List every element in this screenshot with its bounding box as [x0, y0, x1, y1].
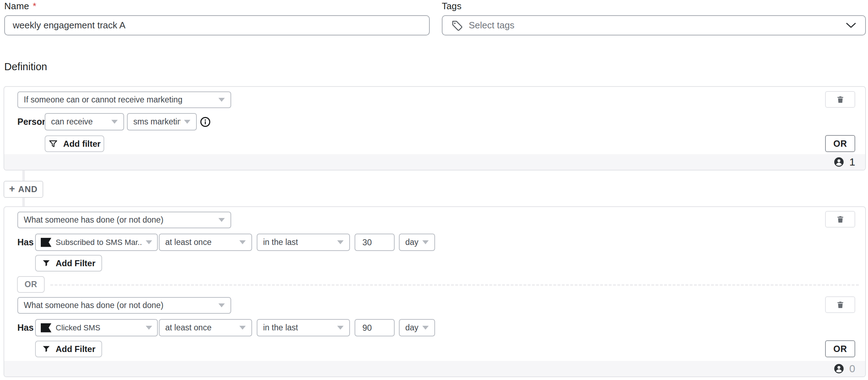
- profile-count-bar: 1: [4, 154, 865, 170]
- dropdown-caret-icon: [218, 98, 225, 102]
- definition-heading: Definition: [4, 61, 47, 73]
- profile-count: 0: [849, 363, 855, 375]
- or-button[interactable]: OR: [825, 340, 855, 357]
- person-label: Person: [17, 113, 48, 130]
- add-filter-button[interactable]: Add Filter: [35, 255, 102, 272]
- funnel-outline-icon: [48, 139, 58, 149]
- amount-input[interactable]: [355, 234, 395, 251]
- tags-label: Tags: [442, 1, 462, 12]
- metric-flag-icon: [41, 238, 51, 247]
- and-button-label: AND: [18, 184, 38, 194]
- metric-dropdown[interactable]: Subscribed to SMS Mar...: [35, 234, 158, 251]
- delete-condition-button[interactable]: [825, 211, 855, 228]
- or-divider-line: [50, 284, 859, 286]
- timeframe-dropdown[interactable]: in the last: [257, 319, 350, 336]
- plus-icon: +: [9, 183, 15, 195]
- dropdown-caret-icon: [239, 240, 246, 244]
- add-and-button[interactable]: + AND: [4, 181, 43, 198]
- dropdown-caret-icon: [218, 303, 225, 307]
- audience-icon: [834, 363, 844, 374]
- add-filter-label: Add Filter: [56, 258, 95, 268]
- frequency-dropdown[interactable]: at least once: [159, 234, 252, 251]
- delete-condition-button[interactable]: [825, 296, 855, 313]
- add-filter-button[interactable]: Add Filter: [35, 341, 102, 357]
- tag-icon: [451, 19, 463, 32]
- profile-count-bar: 0: [4, 361, 865, 376]
- dropdown-caret-icon: [422, 240, 429, 244]
- or-button[interactable]: OR: [825, 135, 855, 152]
- frequency-dropdown[interactable]: at least once: [159, 319, 252, 336]
- tags-select[interactable]: Select tags: [442, 15, 866, 35]
- condition-type-dropdown[interactable]: What someone has done (or not done): [17, 297, 231, 314]
- chevron-down-icon: [845, 22, 857, 29]
- dropdown-caret-icon: [146, 326, 152, 330]
- condition-group-behavior: What someone has done (or not done) Has …: [4, 206, 866, 377]
- condition-type-dropdown[interactable]: If someone can or cannot receive marketi…: [17, 91, 231, 108]
- dropdown-caret-icon: [184, 120, 190, 124]
- condition-type-value: What someone has done (or not done): [24, 301, 163, 310]
- consent-channel-dropdown[interactable]: sms marketing: [127, 113, 197, 130]
- dropdown-caret-icon: [146, 240, 152, 244]
- add-filter-button[interactable]: Add filter: [45, 135, 104, 152]
- unit-dropdown[interactable]: days: [399, 234, 435, 251]
- frequency-value: at least once: [165, 323, 211, 332]
- condition-type-value: What someone has done (or not done): [24, 215, 163, 225]
- profile-count: 1: [849, 156, 855, 168]
- add-filter-label: Add Filter: [56, 344, 95, 354]
- timeframe-value: in the last: [263, 238, 298, 247]
- segment-editor-page: Name* Tags Select tags Definition If som…: [0, 0, 868, 380]
- tags-placeholder: Select tags: [469, 20, 840, 31]
- unit-value: days: [405, 323, 419, 332]
- has-label: Has: [17, 319, 34, 336]
- funnel-filled-icon: [42, 345, 51, 353]
- trash-icon: [836, 300, 845, 309]
- name-label-text: Name: [4, 1, 29, 11]
- dropdown-caret-icon: [422, 326, 429, 330]
- dropdown-caret-icon: [337, 240, 344, 244]
- name-label: Name*: [4, 1, 36, 12]
- timeframe-dropdown[interactable]: in the last: [257, 234, 350, 251]
- delete-condition-button[interactable]: [825, 91, 855, 108]
- consent-verb-dropdown[interactable]: can receive: [45, 113, 124, 130]
- consent-verb-value: can receive: [51, 117, 93, 127]
- frequency-value: at least once: [165, 238, 211, 247]
- condition-type-dropdown[interactable]: What someone has done (or not done): [17, 212, 231, 228]
- amount-input[interactable]: [355, 319, 395, 336]
- condition-type-value: If someone can or cannot receive marketi…: [24, 95, 182, 105]
- dropdown-caret-icon: [218, 218, 225, 222]
- dropdown-caret-icon: [337, 326, 344, 330]
- has-label: Has: [17, 234, 34, 251]
- dropdown-caret-icon: [239, 326, 246, 330]
- metric-flag-icon: [41, 323, 51, 332]
- unit-value: days: [405, 238, 419, 247]
- required-asterisk: *: [33, 1, 36, 11]
- trash-icon: [836, 215, 845, 224]
- dropdown-caret-icon: [111, 120, 118, 124]
- metric-value: Clicked SMS: [56, 323, 100, 332]
- timeframe-value: in the last: [263, 323, 298, 332]
- trash-icon: [836, 95, 845, 104]
- consent-channel-value: sms marketing: [133, 117, 180, 127]
- or-connector-chip[interactable]: OR: [17, 276, 45, 293]
- unit-dropdown[interactable]: days: [399, 319, 435, 336]
- metric-dropdown[interactable]: Clicked SMS: [35, 319, 158, 336]
- name-input[interactable]: [4, 15, 430, 35]
- condition-group-consent: If someone can or cannot receive marketi…: [4, 86, 866, 171]
- metric-value: Subscribed to SMS Mar...: [56, 238, 142, 247]
- add-filter-label: Add filter: [63, 139, 100, 149]
- funnel-filled-icon: [42, 259, 51, 268]
- info-icon[interactable]: [200, 117, 211, 127]
- audience-icon: [834, 157, 844, 167]
